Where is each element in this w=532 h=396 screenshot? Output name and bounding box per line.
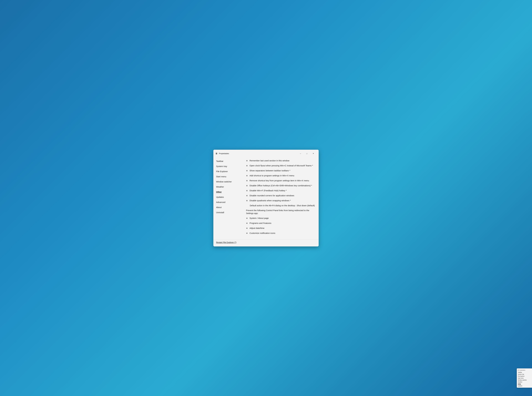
content-area: TaskbarSystem trayFile ExplorerStart men… xyxy=(213,157,319,239)
sidebar-item-start-menu[interactable]: Start menu xyxy=(213,174,244,179)
main-window: 🖥 Propiedades ─ □ ✕ TaskbarSystem trayFi… xyxy=(213,150,319,246)
checkbox-x-icon: ✕ xyxy=(246,179,248,182)
mini-sidebar-item[interactable]: System tray xyxy=(517,373,532,375)
checkbox-x-icon: ✕ xyxy=(246,232,248,235)
option-row-opt3[interactable]: ✕Show separators between taskbar toolbar… xyxy=(246,169,315,172)
option-text: Add shortcut to program settings in Win+… xyxy=(250,174,294,177)
option-text: Disable rounded corners for application … xyxy=(250,194,294,197)
mini-sidebar-item[interactable]: Weather xyxy=(517,381,532,383)
footer: Restart File Explorer (*) xyxy=(213,239,319,246)
option-text: Programs and Features xyxy=(250,222,271,225)
sub-option-row-sub2[interactable]: ✕Programs and Features xyxy=(246,222,315,225)
option-text: Disable Office hotkeys (Ctrl+Alt+Shift+W… xyxy=(250,184,312,187)
checkbox-x-icon: ✕ xyxy=(246,169,248,172)
option-row-opt5[interactable]: ✕Remove shortcut key from program settin… xyxy=(246,179,315,182)
option-row-opt1[interactable]: ✕Remember last used section in this wind… xyxy=(246,159,315,162)
option-text: Disable quadrants when snapping windows … xyxy=(250,199,291,202)
option-text: Disable Win+F (Feedback Hub) hotkey * xyxy=(250,189,287,192)
option-text: Open clock flyout when pressing Win+C in… xyxy=(250,164,313,167)
checkbox-x-icon: ✕ xyxy=(246,164,248,167)
checkbox-x-icon: ✕ xyxy=(246,184,248,187)
minimize-button[interactable]: ─ xyxy=(297,151,304,156)
window-title: Propiedades xyxy=(219,152,297,155)
checkbox-x-icon: ✕ xyxy=(246,217,248,220)
mini-sidebar-item[interactable]: Window switcher xyxy=(517,379,532,381)
sidebar: TaskbarSystem trayFile ExplorerStart men… xyxy=(213,158,244,239)
sidebar-item-window-switcher[interactable]: Window switcher xyxy=(213,179,244,184)
restart-explorer-link[interactable]: Restart File Explorer (*) xyxy=(216,241,236,244)
window-controls: ─ □ ✕ xyxy=(297,151,316,156)
option-text: System / About page xyxy=(250,217,269,220)
close-button[interactable]: ✕ xyxy=(310,151,316,156)
main-panel: ✕Remember last used section in this wind… xyxy=(244,158,319,239)
checkbox-x-icon: ✕ xyxy=(246,189,248,192)
checkbox-x-icon: ✕ xyxy=(246,227,248,230)
option-text: Customize notification icons xyxy=(250,232,275,234)
mini-sidebar-item[interactable]: Other xyxy=(517,383,532,385)
sidebar-item-updates[interactable]: Updates xyxy=(213,194,244,200)
checkbox-x-icon: ✕ xyxy=(246,194,248,197)
option-row-opt6[interactable]: ✕Disable Office hotkeys (Ctrl+Alt+Shift+… xyxy=(246,184,315,187)
option-row-opt4[interactable]: ✕Add shortcut to program settings in Win… xyxy=(246,174,315,177)
sidebar-item-about[interactable]: About xyxy=(213,205,244,210)
sidebar-item-weather[interactable]: Weather xyxy=(213,184,244,189)
option-text: Adjust date/time xyxy=(250,227,264,230)
mini-sidebar-item[interactable]: Start menu xyxy=(517,377,532,379)
section-text: Prevent the following Control Panel link… xyxy=(246,209,315,215)
sub-option-row-sub4[interactable]: ✕Customize notification icons xyxy=(246,232,315,235)
checkbox-x-icon: ✕ xyxy=(246,174,248,177)
option-row-opt9[interactable]: ✕Disable quadrants when snapping windows… xyxy=(246,199,315,202)
option-text: Remove shortcut key from program setting… xyxy=(250,179,309,182)
option-row-opt2[interactable]: ✕Open clock flyout when pressing Win+C i… xyxy=(246,164,315,167)
option-row-opt10[interactable]: Default action in the Alt+F4 dialog on t… xyxy=(246,204,315,207)
sidebar-item-system-tray[interactable]: System tray xyxy=(213,164,244,169)
app-icon: 🖥 xyxy=(215,152,218,155)
sidebar-item-file-explorer[interactable]: File Explorer xyxy=(213,169,244,174)
sidebar-item-other[interactable]: Other xyxy=(213,189,244,194)
option-text: Remember last used section in this windo… xyxy=(250,159,289,162)
checkbox-x-icon: ✕ xyxy=(246,199,248,202)
option-text: Show separators between taskbar toolbars… xyxy=(250,169,290,172)
sub-option-row-sub3[interactable]: ✕Adjust date/time xyxy=(246,227,315,230)
titlebar: 🖥 Propiedades ─ □ ✕ xyxy=(213,150,319,157)
mini-window: 🖥 Propiedades TaskbarSystem trayFile Exp… xyxy=(517,368,532,388)
mini-sidebar-item[interactable]: Updates xyxy=(517,385,532,387)
option-row-opt8[interactable]: ✕Disable rounded corners for application… xyxy=(246,194,315,197)
checkbox-x-icon: ✕ xyxy=(246,159,248,162)
sidebar-item-uninstall[interactable]: Uninstall xyxy=(213,210,244,215)
option-text: Default action in the Alt+F4 dialog on t… xyxy=(250,204,315,207)
sidebar-item-advanced[interactable]: Advanced xyxy=(213,200,244,205)
option-row-opt7[interactable]: ✕Disable Win+F (Feedback Hub) hotkey * xyxy=(246,189,315,192)
sidebar-item-taskbar[interactable]: Taskbar xyxy=(213,158,244,164)
mini-sidebar-item[interactable]: File Explorer xyxy=(517,375,532,377)
sub-option-row-sub1[interactable]: ✕System / About page xyxy=(246,217,315,220)
maximize-button[interactable]: □ xyxy=(304,151,310,156)
mini-title: Propiedades xyxy=(519,370,525,371)
mini-titlebar: 🖥 Propiedades xyxy=(517,369,532,371)
mini-sidebar-item[interactable]: Taskbar xyxy=(517,371,532,373)
checkbox-x-icon: ✕ xyxy=(246,222,248,225)
